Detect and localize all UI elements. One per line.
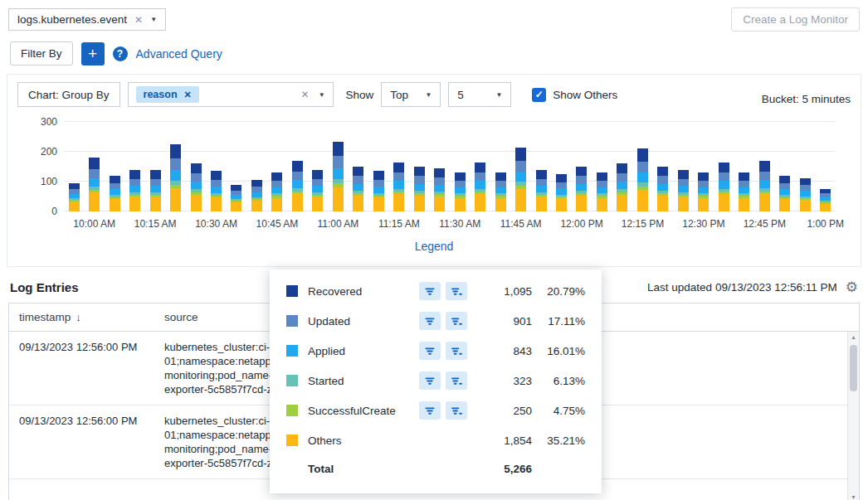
bar-10:10 AM[interactable] — [129, 170, 140, 211]
bar-11:55 AM[interactable] — [556, 174, 567, 211]
bar-11:05 AM[interactable] — [353, 167, 363, 211]
legend-name: Applied — [308, 345, 419, 357]
bar-10:15 AM[interactable] — [150, 170, 161, 211]
filter-include-button[interactable] — [419, 371, 441, 390]
field-caret-down-icon[interactable]: ▼ — [319, 91, 325, 99]
chart-group-by-button[interactable]: Chart: Group By — [17, 82, 120, 107]
bar-10:45 AM[interactable] — [271, 172, 282, 211]
bar-11:25 AM[interactable] — [434, 168, 445, 211]
filter-exclude-button[interactable] — [446, 282, 467, 300]
add-filter-button[interactable]: + — [81, 42, 105, 66]
filter-include-button[interactable] — [419, 312, 441, 330]
legend-row: Started 323 6.13% — [286, 366, 585, 396]
bar-12:25 PM[interactable] — [678, 170, 689, 211]
bar-12:10 PM[interactable] — [617, 163, 627, 211]
chip-remove-icon[interactable]: ✕ — [184, 90, 192, 100]
scope-remove-icon[interactable]: ✕ — [134, 14, 143, 26]
bar-12:00 PM[interactable] — [576, 167, 587, 211]
bar-12:15 PM[interactable] — [637, 148, 648, 211]
bar-10:20 AM[interactable] — [170, 144, 181, 211]
filter-exclude-button[interactable] — [446, 371, 467, 390]
count-select[interactable]: 5 ▼ — [448, 82, 511, 107]
bar-12:05 PM[interactable] — [597, 172, 607, 211]
legend-count: 323 — [479, 375, 532, 387]
filter-include-button[interactable] — [419, 342, 441, 360]
bar-10:35 AM[interactable] — [231, 185, 241, 211]
bar-12:40 PM[interactable] — [739, 172, 749, 211]
legend-row: Recovered 1,095 20.79% — [286, 276, 585, 306]
bar-12:45 PM[interactable] — [759, 161, 770, 211]
filter-exclude-button[interactable] — [446, 312, 467, 330]
legend-swatch — [286, 315, 298, 327]
legend-row: Updated 901 17.11% — [286, 306, 585, 336]
bar-9:55 AM[interactable] — [69, 183, 80, 211]
advanced-query-link[interactable]: Advanced Query — [136, 47, 222, 61]
show-others-checkbox[interactable]: ✓ — [532, 88, 546, 102]
bar-1:00 PM[interactable] — [820, 189, 831, 211]
help-icon[interactable]: ? — [113, 46, 128, 61]
top-select-caret-icon: ▼ — [425, 91, 432, 99]
stacked-bar-chart: 0100200300 10:00 AM10:15 AM10:30 AM10:45… — [17, 120, 851, 231]
legend-swatch — [286, 375, 298, 386]
legend-percent: 17.11% — [532, 315, 585, 328]
legend-total-row: Total 5,266 — [286, 455, 585, 482]
group-by-field[interactable]: reason ✕ ✕ ▼ — [128, 82, 334, 107]
gear-icon[interactable]: ⚙ — [846, 279, 858, 296]
legend-percent: 35.21% — [532, 434, 585, 447]
legend-percent: 6.13% — [532, 375, 585, 387]
bar-10:30 AM[interactable] — [211, 171, 222, 211]
bar-12:50 PM[interactable] — [779, 176, 790, 211]
legend-count: 843 — [479, 345, 532, 357]
bar-10:50 AM[interactable] — [292, 161, 303, 211]
bar-12:55 PM[interactable] — [800, 178, 811, 211]
table-scrollbar[interactable]: ▲ ▼ — [847, 332, 859, 500]
scroll-up-icon[interactable]: ▲ — [848, 332, 859, 342]
filter-include-button[interactable] — [419, 282, 441, 300]
legend-percent: 20.79% — [532, 285, 585, 298]
filter-by-button[interactable]: Filter By — [10, 41, 73, 66]
scrollbar-thumb[interactable] — [850, 345, 857, 391]
bar-10:00 AM[interactable] — [89, 158, 100, 211]
bar-11:15 AM[interactable] — [393, 163, 404, 211]
chart-panel: Chart: Group By reason ✕ ✕ ▼ Show Top ▼ … — [7, 74, 861, 267]
bar-12:20 PM[interactable] — [657, 167, 668, 211]
legend-count: 250 — [479, 405, 532, 417]
scope-dropdown[interactable]: logs.kubernetes.event ✕ ▼ — [8, 8, 166, 31]
top-select[interactable]: Top ▼ — [381, 82, 441, 107]
count-select-caret-icon: ▼ — [495, 91, 502, 99]
bar-11:45 AM[interactable] — [515, 148, 526, 211]
bar-12:30 PM[interactable] — [698, 172, 709, 211]
show-others-toggle[interactable]: ✓ Show Others — [532, 88, 617, 102]
bar-10:40 AM[interactable] — [251, 180, 262, 211]
bar-10:55 AM[interactable] — [312, 170, 323, 211]
sort-desc-icon[interactable]: ↓ — [76, 311, 81, 323]
source-column-label: source — [164, 311, 198, 323]
bar-11:20 AM[interactable] — [414, 167, 425, 211]
legend-swatch — [286, 285, 298, 297]
column-header-timestamp[interactable]: timestamp ↓ — [19, 311, 164, 323]
topbar: logs.kubernetes.event ✕ ▼ Create a Log M… — [0, 0, 868, 36]
create-log-monitor-button[interactable]: Create a Log Monitor — [731, 7, 860, 32]
legend-link[interactable]: Legend — [415, 240, 454, 253]
filter-include-button[interactable] — [419, 401, 441, 420]
bar-11:35 AM[interactable] — [475, 163, 485, 211]
field-clear-icon[interactable]: ✕ — [301, 89, 310, 100]
bar-11:50 AM[interactable] — [536, 170, 547, 211]
timestamp-column-label: timestamp — [19, 311, 71, 323]
bar-11:40 AM[interactable] — [495, 172, 506, 211]
chart-bars[interactable] — [64, 122, 836, 211]
filter-exclude-button[interactable] — [446, 401, 467, 420]
bar-10:05 AM[interactable] — [110, 176, 120, 211]
bar-12:35 PM[interactable] — [719, 163, 729, 211]
bar-10:25 AM[interactable] — [191, 163, 202, 211]
scroll-down-icon[interactable]: ▼ — [848, 492, 859, 500]
group-by-chip[interactable]: reason ✕ — [136, 86, 199, 103]
filter-exclude-button[interactable] — [446, 342, 467, 360]
scope-caret-down-icon[interactable]: ▼ — [150, 16, 157, 23]
bar-11:00 AM[interactable] — [333, 142, 344, 211]
cell-timestamp: 09/13/2023 12:56:00 PM — [19, 340, 164, 396]
last-updated-label: Last updated 09/13/2023 12:56:11 PM — [647, 281, 837, 294]
legend-count: 1,095 — [479, 285, 532, 298]
bar-11:10 AM[interactable] — [373, 171, 384, 211]
bar-11:30 AM[interactable] — [455, 172, 466, 211]
